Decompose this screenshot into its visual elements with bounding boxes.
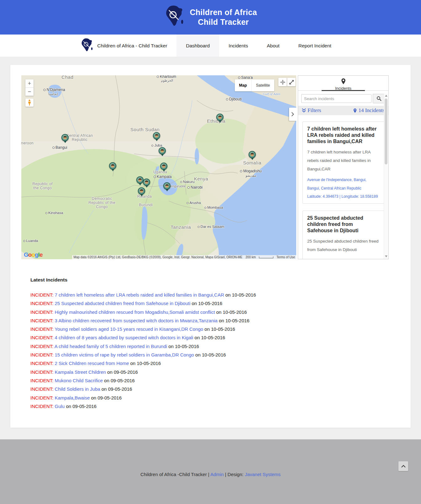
incident-prefix: INCIDENT: xyxy=(30,378,53,383)
incident-link[interactable]: 15 children victims of rape by rebel sol… xyxy=(55,352,194,357)
incident-link[interactable]: Highly malnourished children rescued fro… xyxy=(55,309,215,315)
africa-logo-icon xyxy=(164,4,185,30)
incident-map-marker[interactable] xyxy=(216,114,224,123)
incident-link[interactable]: A child headed family of 5 children repo… xyxy=(55,344,167,349)
incident-link[interactable]: 2 Sick Children rescued from Home xyxy=(55,361,129,366)
incident-link[interactable]: Young rebel soldiers aged 10-15 years re… xyxy=(55,326,203,332)
nav-item-about[interactable]: About xyxy=(257,35,289,57)
incident-prefix: INCIDENT: xyxy=(30,326,53,332)
fullscreen-button[interactable] xyxy=(287,78,296,86)
incident-link[interactable]: 25 Suspected abducted children freed fro… xyxy=(55,301,191,306)
incident-date: on 09-05-2016 xyxy=(107,369,138,375)
incident-date: on 09-05-2016 xyxy=(91,395,122,400)
map-place-label: Luanda xyxy=(23,239,38,243)
map-place-label: Somalia xyxy=(243,160,261,165)
nav-item-dashboard[interactable]: Dashboard xyxy=(176,35,219,57)
scroll-to-top-button[interactable] xyxy=(398,461,408,471)
scroll-up-arrow-icon[interactable] xyxy=(385,95,387,97)
incidents-count-label: 14 Incidents xyxy=(358,107,385,114)
incident-map-marker[interactable] xyxy=(61,134,69,144)
zoom-in-button[interactable]: + xyxy=(25,79,34,88)
map-place-label: Central African Republic xyxy=(66,134,93,142)
incident-date: on 10-05-2016 xyxy=(192,301,222,306)
filters-label: Filters xyxy=(308,107,321,114)
map-place-label: إنجامينا xyxy=(48,92,58,96)
incident-link[interactable]: 3 Albino children recovered from suspect… xyxy=(55,318,218,323)
scroll-down-arrow-icon[interactable] xyxy=(385,255,387,257)
marker-child-face-icon xyxy=(163,182,171,190)
incident-date: on 09-05-2016 xyxy=(104,378,135,383)
street-view-pegman[interactable] xyxy=(25,99,34,107)
incident-map-marker[interactable] xyxy=(159,147,166,157)
double-chevron-down-icon xyxy=(302,108,306,113)
marker-child-face-icon xyxy=(216,114,224,121)
incident-prefix: INCIDENT: xyxy=(30,369,53,375)
map-pin-icon xyxy=(353,108,357,113)
incident-card[interactable]: 7 children left homeless after LRA rebel… xyxy=(303,121,384,204)
incident-date: on 10-05-2016 xyxy=(204,326,235,332)
incident-row: INCIDENT: Kampala Street Children on 09-… xyxy=(30,368,391,376)
google-logo[interactable]: Google xyxy=(24,251,42,258)
map-place-label: Tanzania xyxy=(171,224,191,230)
incident-map-marker[interactable] xyxy=(249,151,256,161)
marker-child-face-icon xyxy=(61,134,69,141)
incident-row: INCIDENT: 2 Sick Children rescued from H… xyxy=(30,359,391,367)
nav-brand[interactable]: Children of Africa - Child Tracker xyxy=(80,35,167,57)
incident-card-body: 7 children left homeless after LRA rebel… xyxy=(307,148,379,173)
incident-map-marker[interactable] xyxy=(143,179,150,188)
search-input[interactable] xyxy=(301,94,371,103)
incident-map-marker[interactable] xyxy=(163,182,171,192)
javanet-systems-link[interactable]: Javanet Systems xyxy=(245,472,281,477)
incident-date: on 10-05-2016 xyxy=(219,318,250,323)
incident-map-marker[interactable] xyxy=(138,187,145,197)
map-place-label: Burundi xyxy=(139,203,153,207)
map-place-label: Arusha xyxy=(187,201,201,205)
incident-link[interactable]: Mukono Child Sacrifice xyxy=(55,378,103,383)
map-place-label: Chad xyxy=(61,75,73,79)
incident-map-marker[interactable] xyxy=(160,163,168,172)
incident-prefix: INCIDENT: xyxy=(30,292,53,298)
incident-map-marker[interactable] xyxy=(109,162,117,172)
nav-item-report-incident[interactable]: Report Incident xyxy=(289,35,341,57)
incident-link[interactable]: Kampala Street Children xyxy=(55,369,106,375)
pan-control-button[interactable] xyxy=(278,78,287,86)
incident-map-marker[interactable] xyxy=(153,132,161,142)
map-place-label: Kampala xyxy=(154,174,171,179)
marker-child-face-icon xyxy=(138,187,145,195)
map-place-label: Democratic Republic of the Congo xyxy=(85,196,119,209)
map-place-label: South Sudan xyxy=(130,127,160,132)
incident-row: INCIDENT: 4 children of 8 years abducted… xyxy=(30,333,391,342)
latest-incidents-heading: Latest Incidents xyxy=(30,277,391,283)
incident-row: INCIDENT: Child Soldiers in Juba on 09-0… xyxy=(30,385,391,393)
search-button[interactable] xyxy=(373,94,385,103)
nav-item-incidents[interactable]: Incidents xyxy=(219,35,257,57)
attribution-text: Map data ©2016 AfriGIS (Pty) Ltd, GeoBas… xyxy=(73,255,242,259)
incident-link[interactable]: Kampala,Bwaise xyxy=(55,395,90,400)
incidents-count[interactable]: 14 Incidents xyxy=(353,107,385,114)
map-type-satellite-button[interactable]: Satellite xyxy=(251,79,274,91)
marker-child-face-icon xyxy=(136,176,144,184)
google-map[interactable]: ChadKhartoumالخرطومSana'aصنعاءDjiboutiGu… xyxy=(21,75,296,259)
map-pin-icon xyxy=(341,78,346,84)
scrollbar-thumb[interactable] xyxy=(385,99,387,164)
chevron-right-icon xyxy=(291,112,294,116)
zoom-out-button[interactable]: − xyxy=(25,88,34,96)
incident-link[interactable]: 7 children left homeless after LRA rebel… xyxy=(55,292,224,298)
filters-toggle[interactable]: Filters xyxy=(302,107,321,114)
incident-link[interactable]: 4 children of 8 years abducted by suspec… xyxy=(55,335,193,340)
terms-of-use-link[interactable]: Terms of Use xyxy=(276,255,295,259)
map-type-map-button[interactable]: Map xyxy=(235,79,251,91)
incident-card[interactable]: 25 Suspected abducted children freed fro… xyxy=(303,211,384,259)
sidebar-collapse-button[interactable] xyxy=(289,108,296,121)
admin-link[interactable]: Admin xyxy=(210,472,224,477)
map-place-label: Kenya xyxy=(194,176,208,181)
incident-prefix: INCIDENT: xyxy=(30,318,53,323)
tab-incidents[interactable]: Incidents xyxy=(298,76,388,91)
map-place-label: Sana'a xyxy=(238,75,253,80)
incident-date: on 10-05-2016 xyxy=(225,292,256,298)
incident-link[interactable]: Child Soldiers in Juba xyxy=(55,386,100,392)
incident-card-title: 7 children left homeless after LRA rebel… xyxy=(307,126,379,145)
incident-link[interactable]: Gulu xyxy=(55,404,65,409)
incident-prefix: INCIDENT: xyxy=(30,352,53,357)
sidebar-scrollbar[interactable] xyxy=(384,94,388,259)
